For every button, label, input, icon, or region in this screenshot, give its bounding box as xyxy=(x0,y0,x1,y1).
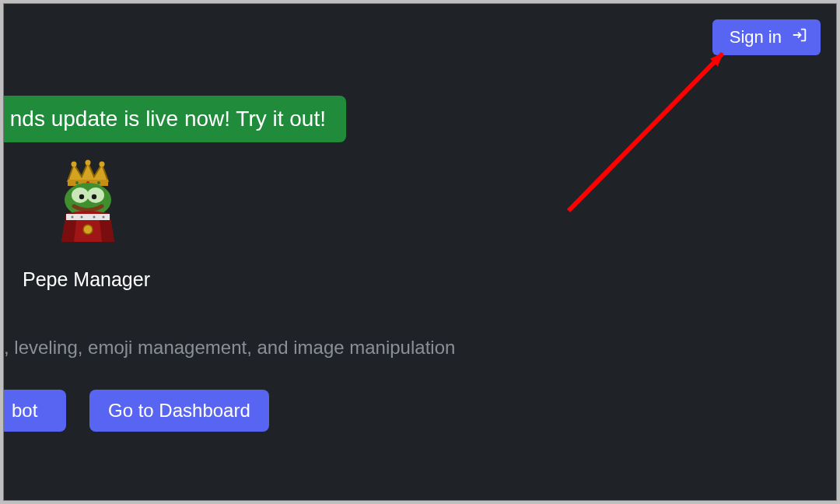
svg-point-4 xyxy=(75,181,79,184)
svg-point-10 xyxy=(79,194,84,199)
svg-point-11 xyxy=(92,194,96,199)
sign-in-button[interactable]: Sign in xyxy=(712,19,821,55)
svg-point-14 xyxy=(81,216,83,219)
svg-point-13 xyxy=(72,216,74,219)
app-logo xyxy=(51,158,125,243)
svg-point-16 xyxy=(103,216,105,219)
go-to-dashboard-button[interactable]: Go to Dashboard xyxy=(89,390,269,432)
app-subtitle: , leveling, emoji management, and image … xyxy=(4,337,502,359)
app-title: Pepe Manager xyxy=(23,268,150,291)
svg-point-2 xyxy=(100,162,105,167)
app-frame: Sign in nds update is live now! Try it o… xyxy=(3,3,837,501)
svg-point-17 xyxy=(83,225,93,234)
svg-line-18 xyxy=(569,54,723,211)
svg-point-15 xyxy=(93,216,96,219)
svg-point-6 xyxy=(97,181,100,184)
svg-point-0 xyxy=(72,162,77,167)
action-button-row: bot Go to Dashboard xyxy=(4,390,269,432)
invite-bot-button[interactable]: bot xyxy=(4,390,66,432)
announcement-banner[interactable]: nds update is live now! Try it out! xyxy=(4,96,346,142)
sign-in-label: Sign in xyxy=(730,27,782,47)
annotation-arrow xyxy=(561,47,740,219)
svg-point-1 xyxy=(86,160,91,166)
sign-in-icon xyxy=(791,26,808,48)
